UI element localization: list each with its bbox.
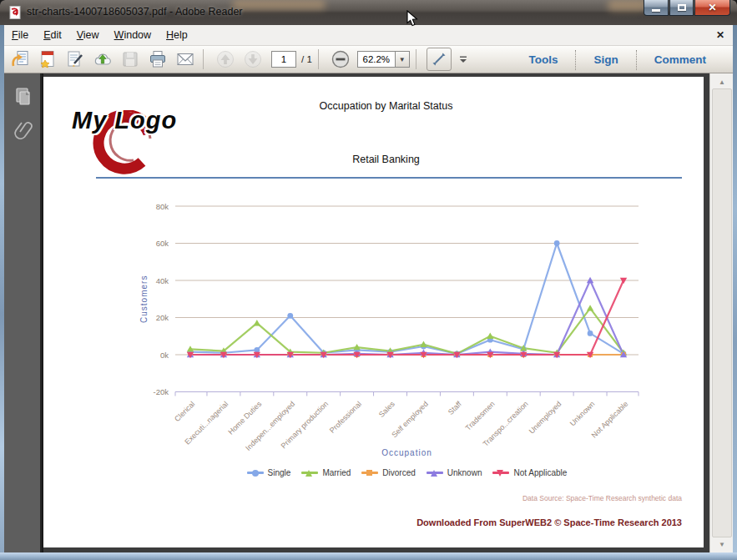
window-border bbox=[733, 25, 737, 552]
next-page-button[interactable] bbox=[241, 48, 265, 71]
page-up-icon bbox=[215, 49, 235, 69]
pdf-page: Occupation by Marital Status My Logo Ret… bbox=[43, 77, 704, 547]
zoom-out-icon bbox=[331, 49, 351, 69]
window-border bbox=[0, 25, 4, 552]
legend-label: Single bbox=[268, 468, 291, 477]
svg-text:Staff: Staff bbox=[447, 399, 463, 416]
svg-text:Self employed: Self employed bbox=[390, 400, 429, 439]
svg-text:Indepen...employed: Indepen...employed bbox=[244, 400, 296, 452]
download-footer: Downloaded From SuperWEB2 © Space-Time R… bbox=[416, 517, 682, 527]
maximize-button[interactable] bbox=[669, 0, 694, 16]
svg-text:Unemployed: Unemployed bbox=[528, 400, 563, 436]
menu-bar: FileEditViewWindowHelp ✕ bbox=[4, 25, 733, 46]
print-button[interactable] bbox=[146, 48, 169, 71]
arrow-down-icon: ▼ bbox=[719, 541, 725, 548]
menu-item-file[interactable]: File bbox=[4, 25, 36, 46]
overflow-chevron-icon bbox=[458, 54, 468, 64]
document-pane: Occupation by Marital Status My Logo Ret… bbox=[43, 73, 709, 552]
email-button[interactable] bbox=[174, 48, 197, 71]
page-number-input[interactable] bbox=[271, 51, 296, 68]
svg-text:Tradesmen: Tradesmen bbox=[464, 400, 497, 432]
scrollbar-thumb[interactable] bbox=[712, 88, 732, 537]
legend-item: Married bbox=[301, 468, 351, 477]
window-border bbox=[0, 552, 737, 560]
page-thumbnails-icon bbox=[13, 86, 34, 108]
chevron-down-icon: ▼ bbox=[399, 56, 406, 63]
create-pdf-icon bbox=[38, 49, 58, 69]
svg-text:Home Duties: Home Duties bbox=[226, 399, 263, 436]
minimize-button[interactable] bbox=[644, 0, 669, 16]
glass-reflection bbox=[608, 0, 648, 11]
tools-button[interactable]: Tools bbox=[517, 53, 569, 66]
svg-text:Clerical: Clerical bbox=[173, 400, 196, 423]
header-rule bbox=[96, 177, 682, 179]
legend-item: Single bbox=[247, 468, 291, 477]
svg-text:0k: 0k bbox=[160, 351, 169, 360]
zoom-dropdown-button[interactable]: ▼ bbox=[396, 51, 410, 68]
menu-item-view[interactable]: View bbox=[69, 25, 107, 46]
fit-window-button[interactable] bbox=[427, 48, 452, 71]
chart-subtitle: Retail Banking bbox=[68, 154, 704, 165]
scroll-down-button[interactable]: ▼ bbox=[710, 537, 734, 551]
legend-label: Divorced bbox=[382, 468, 415, 477]
sign-button[interactable]: Sign bbox=[582, 53, 629, 66]
svg-text:Professional: Professional bbox=[328, 400, 363, 435]
scroll-up-button[interactable]: ▲ bbox=[710, 75, 734, 88]
previous-page-button[interactable] bbox=[214, 48, 237, 71]
mouse-cursor bbox=[406, 10, 418, 28]
print-icon bbox=[148, 49, 168, 69]
menu-item-window[interactable]: Window bbox=[107, 25, 159, 46]
title-bar[interactable]: str-charts-1400718605037.pdf - Adobe Rea… bbox=[0, 0, 737, 25]
email-icon bbox=[175, 49, 195, 69]
page-total-label: / 1 bbox=[301, 54, 312, 64]
svg-text:Transpo...creation: Transpo...creation bbox=[482, 400, 530, 448]
open-file-button[interactable] bbox=[8, 48, 32, 71]
cloud-upload-icon bbox=[93, 49, 113, 69]
pdf-file-icon[interactable] bbox=[8, 6, 22, 19]
svg-text:Unknown: Unknown bbox=[568, 400, 597, 428]
menu-item-edit[interactable]: Edit bbox=[36, 25, 69, 46]
create-pdf-button[interactable] bbox=[36, 48, 59, 71]
svg-text:Executi...nagerial: Executi...nagerial bbox=[183, 400, 230, 446]
menu-item-help[interactable]: Help bbox=[159, 25, 195, 46]
save-icon bbox=[121, 50, 139, 68]
legend-item: Unknown bbox=[427, 468, 482, 477]
fill-sign-button[interactable] bbox=[63, 48, 87, 71]
svg-text:-20k: -20k bbox=[154, 387, 169, 396]
chart-legend: SingleMarriedDivorcedUnknownNot Applicab… bbox=[175, 468, 639, 477]
vertical-scrollbar[interactable]: ▲ ▼ bbox=[709, 73, 733, 552]
legend-label: Married bbox=[322, 468, 351, 477]
attachments-button[interactable] bbox=[4, 114, 42, 147]
zoom-level-input[interactable] bbox=[357, 51, 396, 68]
svg-text:Occupation: Occupation bbox=[381, 448, 432, 457]
arrow-up-icon: ▲ bbox=[719, 78, 725, 86]
save-button[interactable] bbox=[119, 48, 142, 71]
adobe-reader-window: str-charts-1400718605037.pdf - Adobe Rea… bbox=[0, 0, 737, 560]
page-down-icon bbox=[243, 49, 263, 69]
open-file-icon bbox=[10, 49, 30, 69]
window-title: str-charts-1400718605037.pdf - Adobe Rea… bbox=[27, 6, 243, 18]
logo-text: My Logo bbox=[72, 107, 177, 134]
svg-text:Sales: Sales bbox=[377, 399, 396, 418]
close-document-icon[interactable]: ✕ bbox=[716, 29, 724, 41]
navigation-sidebar bbox=[4, 73, 42, 552]
fill-sign-icon bbox=[65, 49, 85, 69]
svg-text:40k: 40k bbox=[156, 276, 169, 285]
legend-label: Not Applicable bbox=[513, 468, 567, 477]
comment-button[interactable]: Comment bbox=[643, 53, 718, 66]
close-button[interactable]: ✕ bbox=[694, 0, 730, 16]
legend-item: Divorced bbox=[361, 468, 415, 477]
legend-label: Unknown bbox=[447, 468, 482, 477]
glass-reflection bbox=[232, 0, 326, 9]
svg-text:Primary production: Primary production bbox=[280, 400, 330, 450]
svg-text:Not Applicable: Not Applicable bbox=[590, 400, 630, 440]
svg-text:60k: 60k bbox=[156, 239, 169, 248]
zoom-out-button[interactable] bbox=[329, 48, 352, 71]
toolbar: / 1 ▼ Tools Sign bbox=[4, 46, 733, 73]
paperclip-icon bbox=[13, 119, 34, 141]
fit-window-icon bbox=[431, 51, 447, 68]
page-thumbnails-button[interactable] bbox=[4, 80, 42, 114]
toolbar-overflow-button[interactable] bbox=[456, 48, 471, 71]
svg-text:80k: 80k bbox=[156, 202, 169, 211]
cloud-upload-button[interactable] bbox=[91, 48, 114, 71]
